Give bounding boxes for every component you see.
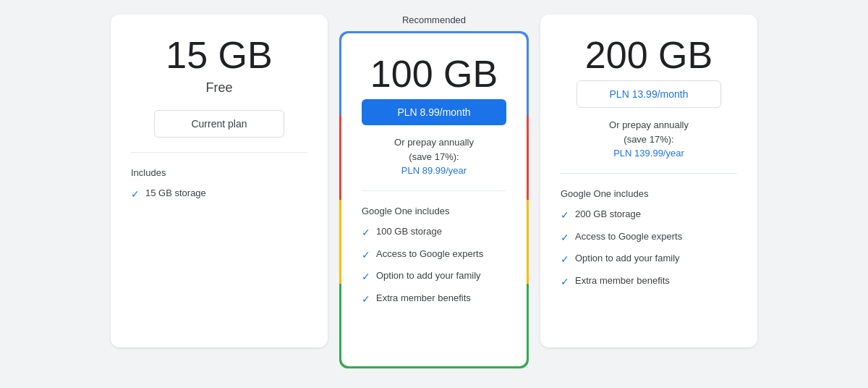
buy-100gb-button[interactable]: PLN 8.99/month (362, 99, 506, 125)
feature-text: 100 GB storage (376, 225, 442, 238)
feature-item: ✓ Option to add your family (561, 252, 737, 267)
divider-free (131, 152, 307, 153)
feature-item: ✓ Access to Google experts (362, 248, 506, 263)
feature-text: Access to Google experts (376, 248, 483, 261)
divider-200gb (561, 173, 737, 174)
feature-item: ✓ Extra member benefits (362, 292, 506, 307)
feature-text: Access to Google experts (575, 230, 682, 243)
prepay-price-200gb: PLN 139.99/year (613, 148, 684, 159)
check-icon: ✓ (362, 248, 370, 263)
prepay-price-100gb: PLN 89.99/year (401, 165, 467, 176)
plan-size-200gb: 200 GB (585, 35, 712, 76)
plan-card-200gb: 200 GB PLN 13.99/month Or prepay annuall… (540, 14, 757, 347)
plan-card-100gb: 100 GB PLN 8.99/month Or prepay annually… (341, 33, 527, 366)
feature-item: ✓ Extra member benefits (561, 274, 737, 290)
plan-card-100gb-wrapper: Recommended 100 GB PLN 8.99/month Or pre… (339, 14, 529, 368)
plans-container: 15 GB Free Current plan Includes ✓ 15 GB… (72, 14, 796, 368)
check-icon: ✓ (362, 292, 370, 307)
feature-list-100gb: ✓ 100 GB storage ✓ Access to Google expe… (362, 225, 506, 313)
feature-text: 200 GB storage (575, 208, 641, 221)
prepay-text-100gb: Or prepay annually(save 17%): (394, 135, 474, 164)
feature-text: 15 GB storage (145, 187, 206, 200)
feature-item: ✓ 100 GB storage (362, 225, 506, 240)
feature-item: ✓ Access to Google experts (561, 230, 737, 245)
includes-title-200gb: Google One includes (561, 188, 648, 199)
feature-list-free: ✓ 15 GB storage (131, 187, 307, 209)
plan-card-free: 15 GB Free Current plan Includes ✓ 15 GB… (111, 14, 328, 347)
recommended-label: Recommended (402, 14, 466, 25)
feature-text: Extra member benefits (575, 274, 670, 287)
plan-size-free: 15 GB (166, 35, 272, 76)
check-icon: ✓ (561, 275, 569, 290)
feature-item: ✓ 200 GB storage (561, 208, 737, 223)
rainbow-border: 100 GB PLN 8.99/month Or prepay annually… (339, 31, 529, 368)
feature-text: Extra member benefits (376, 292, 471, 305)
check-icon: ✓ (131, 187, 140, 202)
feature-item: ✓ Option to add your family (362, 269, 506, 284)
check-icon: ✓ (362, 226, 370, 240)
feature-item: ✓ 15 GB storage (131, 187, 307, 202)
includes-title-100gb: Google One includes (362, 206, 449, 216)
feature-text: Option to add your family (376, 269, 481, 282)
plan-subtitle-free: Free (205, 80, 232, 96)
check-icon: ✓ (561, 231, 569, 245)
feature-text: Option to add your family (575, 252, 680, 265)
check-icon: ✓ (561, 208, 569, 223)
check-icon: ✓ (561, 253, 569, 267)
divider-100gb (362, 190, 506, 191)
plan-size-100gb: 100 GB (370, 54, 498, 95)
current-plan-button[interactable]: Current plan (154, 110, 284, 138)
prepay-text-200gb: Or prepay annually(save 17%): (609, 118, 689, 146)
feature-list-200gb: ✓ 200 GB storage ✓ Access to Google expe… (561, 208, 737, 296)
check-icon: ✓ (362, 270, 370, 284)
includes-title-free: Includes (131, 167, 166, 178)
buy-200gb-button[interactable]: PLN 13.99/month (576, 80, 721, 108)
